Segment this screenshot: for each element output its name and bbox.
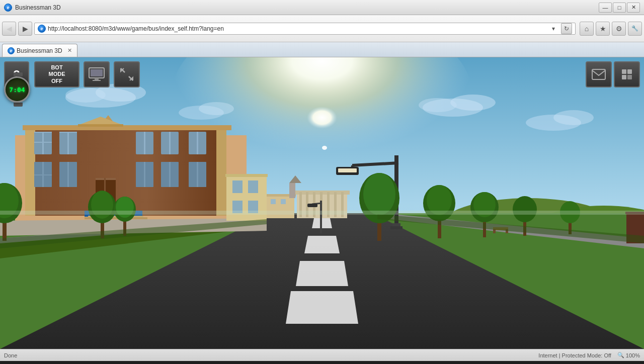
svg-rect-37 xyxy=(267,196,294,218)
svg-point-8 xyxy=(450,95,496,111)
tab-businessman3d[interactable]: e Businessman 3D ✕ xyxy=(2,44,77,57)
top-right-buttons xyxy=(586,61,640,87)
maximize-button[interactable]: □ xyxy=(613,3,626,13)
titlebar: e Businessman 3D — □ ✕ xyxy=(0,0,644,15)
svg-marker-22 xyxy=(304,236,340,253)
browser-toolbar: ◀ ▶ e http://localhost:8080/m3d/www/game… xyxy=(0,15,644,42)
svg-rect-129 xyxy=(0,211,644,215)
svg-rect-99 xyxy=(307,204,317,207)
titlebar-browser-icon: e xyxy=(4,4,12,12)
address-search-btn[interactable]: ▾ xyxy=(548,23,559,34)
svg-rect-97 xyxy=(320,201,322,233)
clock-face: 7:04 xyxy=(4,76,30,103)
svg-point-9 xyxy=(419,98,457,112)
notification-button[interactable] xyxy=(614,61,640,87)
clock-time: 7:04 xyxy=(9,86,25,94)
address-bar-container: e http://localhost:8080/m3d/www/game/bus… xyxy=(34,23,576,35)
tab-bar: e Businessman 3D ✕ xyxy=(0,42,644,57)
svg-rect-68 xyxy=(67,162,69,187)
address-bar[interactable]: e http://localhost:8080/m3d/www/game/bus… xyxy=(34,23,576,35)
statusbar-right: Internet | Protected Mode: Off 🔍 100% xyxy=(538,352,640,358)
tab-title: Businessman 3D xyxy=(17,47,62,54)
svg-rect-87 xyxy=(248,180,258,193)
expand-icon xyxy=(120,67,134,81)
tab-close-button[interactable]: ✕ xyxy=(67,47,72,54)
svg-rect-45 xyxy=(25,128,35,216)
mail-button[interactable] xyxy=(586,61,612,87)
svg-rect-85 xyxy=(225,174,268,177)
favorites-button[interactable]: ★ xyxy=(596,22,610,36)
svg-point-6 xyxy=(65,87,106,103)
svg-rect-47 xyxy=(23,125,231,130)
clock-band-bottom xyxy=(14,103,23,107)
svg-rect-61 xyxy=(169,132,171,154)
close-button[interactable]: ✕ xyxy=(627,3,640,13)
svg-rect-53 xyxy=(42,132,44,154)
titlebar-controls: — □ ✕ xyxy=(599,3,640,13)
zoom-level[interactable]: 🔍 100% xyxy=(617,352,640,358)
game-content[interactable]: BANK xyxy=(0,57,644,349)
address-text: http://localhost:8080/m3d/www/game/bus/i… xyxy=(48,25,546,32)
svg-point-3 xyxy=(322,146,327,150)
svg-point-13 xyxy=(199,102,234,115)
address-bar-icon: e xyxy=(38,25,46,33)
svg-rect-96 xyxy=(390,226,403,229)
monitor-button[interactable] xyxy=(84,61,110,87)
svg-rect-132 xyxy=(95,78,99,80)
svg-point-111 xyxy=(363,173,395,215)
svg-rect-70 xyxy=(144,162,145,187)
svg-rect-86 xyxy=(232,180,243,193)
refresh-button[interactable]: ↻ xyxy=(561,23,572,34)
svg-marker-24 xyxy=(286,291,358,324)
status-bar: Done Internet | Protected Mode: Off 🔍 10… xyxy=(0,349,644,361)
monitor-icon xyxy=(89,67,105,81)
back-button[interactable]: ◀ xyxy=(2,22,16,36)
svg-rect-46 xyxy=(216,128,226,216)
svg-rect-138 xyxy=(627,69,632,74)
zoom-text: 100% xyxy=(626,352,640,358)
svg-rect-131 xyxy=(91,69,103,76)
svg-point-11 xyxy=(553,110,594,125)
expand-button[interactable] xyxy=(114,61,140,87)
titlebar-left: e Businessman 3D xyxy=(4,4,61,12)
forward-button[interactable]: ▶ xyxy=(18,22,32,36)
svg-rect-39 xyxy=(271,199,276,204)
svg-rect-74 xyxy=(197,162,198,187)
settings-button[interactable]: ⚙ xyxy=(612,22,626,36)
home-button[interactable]: ⌂ xyxy=(580,22,594,36)
browser-right-buttons: ⌂ ★ ⚙ 🔧 xyxy=(580,22,642,36)
svg-rect-72 xyxy=(169,162,171,187)
svg-rect-137 xyxy=(622,69,626,74)
svg-rect-40 xyxy=(281,199,286,204)
svg-rect-139 xyxy=(622,75,626,79)
security-badge: Internet | Protected Mode: Off xyxy=(538,352,611,358)
svg-rect-140 xyxy=(627,75,632,79)
notification-icon xyxy=(620,67,634,81)
status-text: Done xyxy=(4,352,17,358)
mail-icon xyxy=(592,69,606,80)
security-text: Internet | Protected Mode: Off xyxy=(538,352,611,358)
game-scene: BANK xyxy=(0,57,644,349)
bot-mode-line3: OFF xyxy=(51,78,62,84)
svg-marker-23 xyxy=(296,261,348,286)
svg-point-2 xyxy=(307,107,337,129)
svg-rect-66 xyxy=(34,174,52,175)
minimize-button[interactable]: — xyxy=(599,3,612,13)
compat-button[interactable]: 🔧 xyxy=(628,22,642,36)
svg-rect-133 xyxy=(93,80,101,81)
clock-band-top xyxy=(14,72,23,76)
bot-mode-button[interactable]: BOT MODE OFF xyxy=(34,61,79,87)
svg-rect-41 xyxy=(289,183,295,198)
svg-rect-59 xyxy=(144,132,145,154)
svg-rect-94 xyxy=(338,168,357,172)
svg-rect-54 xyxy=(34,142,52,143)
bot-mode-line2: MODE xyxy=(49,71,65,77)
tab-icon: e xyxy=(8,47,15,54)
titlebar-title: Businessman 3D xyxy=(15,4,61,11)
svg-rect-50 xyxy=(78,124,123,127)
svg-rect-57 xyxy=(67,132,69,154)
svg-point-119 xyxy=(513,196,537,222)
bot-mode-line1: BOT xyxy=(51,64,62,71)
svg-rect-63 xyxy=(197,132,198,154)
clock-widget[interactable]: 7:04 xyxy=(4,72,32,105)
